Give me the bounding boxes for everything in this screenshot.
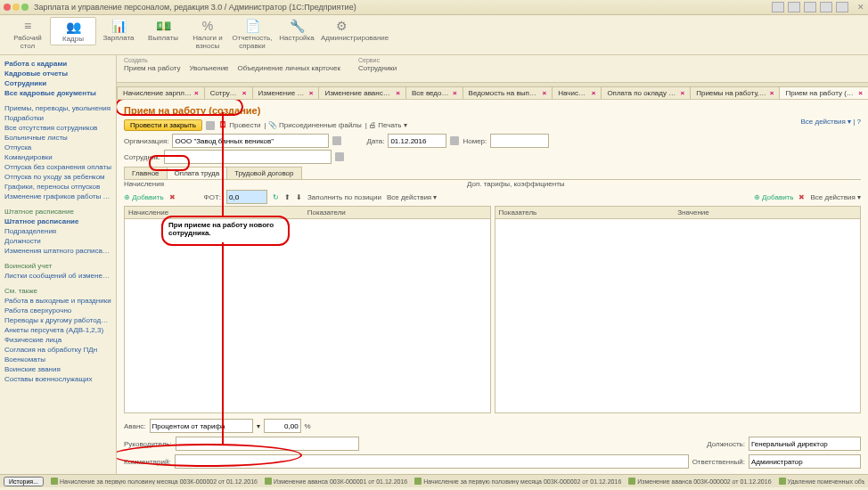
sidebar-link[interactable]: Приемы, переводы, увольнения	[2, 103, 114, 113]
status-item[interactable]: Начисление за первую половину месяца 003…	[51, 478, 258, 485]
manager-input[interactable]	[176, 437, 359, 451]
sidebar-link[interactable]: Переводы к другому работодателю	[2, 315, 114, 325]
sidebar-link[interactable]: Работа сверхурочно	[2, 306, 114, 315]
subtab-main[interactable]: Главное	[124, 167, 168, 179]
sidebar-link[interactable]: Больничные листы	[2, 133, 114, 143]
sidebar-link[interactable]: Изменения штатного расписания	[2, 246, 114, 256]
sidebar-link[interactable]: Анкеты персучета (АДВ-1,2,3)	[2, 325, 114, 335]
doc-tab[interactable]: Начисления×	[552, 86, 602, 99]
toolbar-Администрирование[interactable]: ⚙Администрирование	[319, 17, 364, 44]
min-dot[interactable]	[12, 4, 20, 11]
save-icon[interactable]	[206, 121, 215, 130]
close-tab-icon[interactable]: ×	[543, 89, 547, 97]
fill-by-position-button[interactable]: Заполнить по позиции	[307, 193, 381, 201]
doc-tab[interactable]: Сотрудники×	[204, 86, 253, 99]
doc-tab[interactable]: Все ведомости×	[405, 86, 463, 99]
dropdown-icon[interactable]	[335, 152, 344, 161]
remove-icon-2[interactable]: ✖	[798, 193, 805, 201]
sidebar-link[interactable]: Согласия на обработку ПДн	[2, 345, 114, 355]
doc-tab[interactable]: Ведомость на выплату за...×	[463, 86, 553, 99]
dropdown-icon[interactable]	[332, 136, 341, 145]
subtab-contract[interactable]: Трудовой договор	[226, 167, 301, 179]
sidebar-link[interactable]: Отпуска без сохранения оплаты	[2, 162, 114, 172]
toolbar-Кадры[interactable]: 👥Кадры	[50, 17, 96, 45]
post-and-close-button[interactable]: Провести и закрыть	[124, 119, 202, 131]
window-controls[interactable]	[4, 4, 29, 11]
sidebar-link[interactable]: Подработки	[2, 113, 114, 123]
status-item[interactable]: Изменение аванса 003К-000001 от 01.12.20…	[265, 478, 407, 485]
sidebar-link[interactable]: Работа с кадрами	[2, 59, 114, 69]
close-tab-icon[interactable]: ×	[770, 89, 774, 97]
toolbar-Отчетность,[interactable]: 📄Отчетность,справки	[230, 17, 274, 52]
subtab-payment[interactable]: Оплата труда	[167, 167, 228, 179]
attached-files-button[interactable]: | 📎 Присоединенные файлы	[265, 121, 362, 129]
status-item[interactable]: Удаление помеченных объектов успешно зав…	[779, 478, 864, 485]
sidebar-link[interactable]: Работа в выходные и праздники	[2, 296, 114, 306]
status-item[interactable]: Изменение аванса 003К-000002 от 01.12.20…	[628, 478, 771, 485]
sidebar-link[interactable]: Воинские звания	[2, 364, 114, 374]
org-input[interactable]	[172, 134, 329, 148]
close-tab-icon[interactable]: ×	[396, 89, 400, 97]
close-tab-icon[interactable]: ×	[681, 89, 685, 97]
doc-tab[interactable]: Оплата по окладу (Начис...×	[601, 86, 691, 99]
sidebar-link[interactable]: Должности	[2, 236, 114, 246]
status-item[interactable]: Начисление за первую половину месяца 003…	[414, 478, 621, 485]
add-button-2[interactable]: ⊕ Добавить	[754, 193, 794, 201]
win-btn[interactable]	[836, 2, 848, 12]
sec-link[interactable]: Сотрудники	[358, 64, 397, 72]
sidebar-link[interactable]: Штатное расписание	[2, 216, 114, 226]
fot-input[interactable]	[226, 190, 267, 204]
remove-icon[interactable]: ✖	[169, 193, 176, 201]
toolbar-Зарплата[interactable]: 📊Зарплата	[96, 17, 141, 44]
close-tab-icon[interactable]: ×	[858, 89, 863, 97]
doc-tab[interactable]: Изменение аванса×	[252, 86, 320, 99]
sidebar-link[interactable]: Отпуска по уходу за ребенком	[2, 172, 114, 182]
responsible-input[interactable]	[749, 454, 861, 469]
sidebar-link[interactable]: Составы военнослужащих	[2, 374, 114, 384]
accruals-grid[interactable]: Начисление Показатели	[124, 206, 491, 413]
doc-tab[interactable]: Прием на работу (создан...×	[779, 86, 868, 99]
all-actions-link[interactable]: Все действия ▾ | ?	[800, 118, 861, 126]
close-tab-icon[interactable]: ×	[453, 89, 457, 97]
up-icon[interactable]: ⬆	[284, 193, 291, 201]
print-button[interactable]: | 🖨 Печать ▾	[365, 121, 407, 129]
advance-value-input[interactable]	[264, 419, 301, 433]
additional-grid[interactable]: Показатель Значение	[495, 206, 862, 413]
doc-tab[interactable]: Приемы на работу, перев...×	[690, 86, 780, 99]
win-btn[interactable]	[788, 2, 800, 12]
close-icon[interactable]: ✕	[857, 3, 864, 12]
toolbar-Настройка[interactable]: 🔧Настройка	[274, 17, 319, 44]
sec-link[interactable]: Объединение личных карточек	[238, 64, 340, 72]
close-dot[interactable]	[4, 4, 11, 11]
add-button[interactable]: ⊕ Добавить	[124, 193, 164, 201]
close-tab-icon[interactable]: ×	[309, 89, 314, 97]
sidebar-link[interactable]: Все отсутствия сотрудников	[2, 123, 114, 133]
position-input[interactable]	[749, 437, 861, 451]
close-tab-icon[interactable]: ×	[242, 89, 247, 97]
post-button[interactable]: 📮 Провести	[218, 121, 261, 129]
sidebar-link[interactable]: Кадровые отчеты	[2, 69, 114, 78]
advance-type-input[interactable]	[150, 419, 253, 433]
comment-input[interactable]	[175, 454, 689, 469]
sec-link[interactable]: Увольнение	[189, 64, 228, 72]
win-btn[interactable]	[820, 2, 832, 12]
sidebar-link[interactable]: Сотрудники	[2, 78, 114, 88]
doc-tab[interactable]: Изменение аванса (созд...×	[318, 86, 405, 99]
sidebar-link[interactable]: Графики, переносы отпусков	[2, 182, 114, 192]
close-tab-icon[interactable]: ×	[194, 89, 199, 97]
history-button[interactable]: История...	[4, 477, 44, 486]
all-actions-3[interactable]: Все действия ▾	[810, 193, 861, 201]
sec-link[interactable]: Прием на работу	[124, 64, 180, 72]
all-actions-2[interactable]: Все действия ▾	[387, 193, 438, 201]
sidebar-link[interactable]: Отпуска	[2, 143, 114, 152]
date-input[interactable]	[388, 134, 446, 148]
close-tab-icon[interactable]: ×	[592, 89, 596, 97]
employee-input[interactable]	[164, 150, 332, 164]
down-icon[interactable]: ⬇	[296, 193, 302, 201]
doc-tab[interactable]: Начисление зарплаты и ...×	[117, 86, 205, 99]
sidebar-link[interactable]: Изменение графиков работы списком	[2, 192, 114, 201]
toolbar-Рабочий[interactable]: ≡Рабочийстол	[5, 17, 50, 52]
number-input[interactable]	[490, 134, 549, 148]
sidebar-link[interactable]: Командировки	[2, 152, 114, 162]
sidebar-link[interactable]: Военкоматы	[2, 355, 114, 364]
